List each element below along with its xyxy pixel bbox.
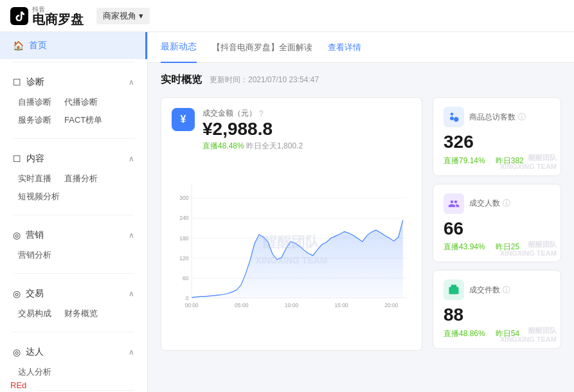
- diagnosis-section-icon: ☐: [13, 77, 21, 87]
- visitors-live: 直播79.14%: [444, 156, 485, 165]
- sidebar-divider-1: [13, 62, 134, 62]
- talent-chevron: ∧: [129, 348, 134, 357]
- svg-text:300: 300: [179, 195, 188, 201]
- main-layout: 🏠 首页 ☐ 诊断 ∧ 自播诊断 代播诊断 服务诊断 FACT榜单: [0, 32, 574, 392]
- main-tabs: 最新动态 【抖音电商罗盘】全面解读 查看详情: [148, 32, 574, 63]
- app-name: 电商罗盘: [32, 13, 84, 26]
- orders-icon: [444, 280, 464, 300]
- sidebar-item-trade-composition[interactable]: 交易构成: [13, 306, 57, 321]
- sidebar-section-header-marketing[interactable]: ◎ 营销 ∧: [13, 224, 134, 244]
- tab-intro-text: 【抖音电商罗盘】全面解读: [212, 42, 312, 53]
- view-selector-label: 商家视角: [103, 10, 136, 22]
- svg-text:05:00: 05:00: [235, 302, 249, 308]
- buyers-question[interactable]: ⓘ: [503, 199, 510, 208]
- talent-label: 达人: [26, 346, 44, 358]
- tab-latest[interactable]: 最新动态: [161, 32, 197, 63]
- orders-question[interactable]: ⓘ: [503, 285, 510, 294]
- visitors-label-row: 商品总访客数 ⓘ: [469, 112, 526, 123]
- trade-sub-items: 交易构成 财务概览: [13, 302, 134, 326]
- talent-section-icon: ◎: [13, 347, 21, 357]
- bottom-bar: REd: [0, 378, 37, 392]
- diagnosis-label: 诊断: [26, 76, 44, 88]
- orders-live: 直播48.86%: [444, 329, 485, 338]
- update-prefix: 更新时间：: [210, 75, 248, 84]
- sidebar-section-content: ☐ 内容 ∧ 实时直播 直播分析 短视频分析: [0, 141, 147, 212]
- sidebar-section-header-trade[interactable]: ◎ 交易 ∧: [13, 283, 134, 302]
- main-metric-yesterday: 昨日全天1,800.2: [246, 141, 303, 150]
- tab-intro-link[interactable]: 查看详情: [328, 42, 361, 53]
- trade-section-icon: ◎: [13, 289, 21, 299]
- sidebar-home-label: 首页: [29, 40, 47, 51]
- main-metric-info: 成交金额（元） ? ¥2,988.8 直播48.48% 昨日全天1,800.2: [202, 108, 303, 152]
- metric-card-header-orders: 成交件数 ⓘ: [444, 280, 550, 300]
- svg-text:0: 0: [186, 295, 189, 301]
- main-area: 最新动态 【抖音电商罗盘】全面解读 查看详情 实时概览 更新时间：2021/07…: [148, 32, 574, 392]
- orders-label: 成交件数: [469, 285, 500, 294]
- svg-text:20:00: 20:00: [384, 302, 399, 308]
- sidebar-item-finance-overview[interactable]: 财务概览: [59, 306, 103, 321]
- visitors-question[interactable]: ⓘ: [518, 112, 526, 121]
- main-metric-value: ¥2,988.8: [202, 119, 303, 139]
- buyers-value: 66: [444, 218, 550, 240]
- orders-value: 88: [444, 304, 550, 326]
- content-label: 内容: [26, 153, 44, 165]
- header: 抖音 电商罗盘 商家视角 ▾: [0, 0, 574, 32]
- sidebar-divider-5: [13, 332, 134, 332]
- metric-card-header-buyers: 成交人数 ⓘ: [444, 193, 550, 214]
- metric-card-buyers: 成交人数 ⓘ 66 直播43.94% 昨日25 醒醒团队XINGXING TEA…: [433, 184, 561, 263]
- sidebar-item-service-diagnosis[interactable]: 服务诊断: [13, 112, 57, 128]
- chevron-down-icon: ▾: [139, 11, 143, 21]
- view-selector[interactable]: 商家视角 ▾: [96, 8, 150, 24]
- sidebar-section-marketing: ◎ 营销 ∧ 营销分析: [0, 218, 147, 271]
- orders-yesterday: 昨日54: [496, 329, 519, 338]
- metric-card-header-visitors: 商品总访客数 ⓘ: [444, 107, 550, 127]
- home-icon: 🏠: [13, 40, 24, 51]
- sidebar-divider-4: [13, 273, 134, 274]
- sidebar-item-home[interactable]: 🏠 首页: [0, 32, 147, 59]
- buyers-label: 成交人数: [469, 199, 500, 208]
- visitors-label: 商品总访客数: [469, 112, 516, 121]
- sidebar-section-header-talent[interactable]: ◎ 达人 ∧: [13, 341, 134, 361]
- marketing-chevron: ∧: [129, 231, 134, 240]
- svg-text:120: 120: [179, 255, 188, 262]
- dashboard-grid: ¥ 成交金额（元） ? ¥2,988.8 直播48.48% 昨日全天1,800.…: [161, 97, 561, 351]
- sidebar-section-header-diagnosis[interactable]: ☐ 诊断 ∧: [13, 71, 134, 91]
- sidebar-section-diagnosis: ☐ 诊断 ∧ 自播诊断 代播诊断 服务诊断 FACT榜单: [0, 65, 147, 136]
- marketing-section-icon: ◎: [13, 230, 21, 240]
- metrics-column: 商品总访客数 ⓘ 326 直播79.14% 昨日382 醒醒团队XINGXING…: [433, 97, 561, 351]
- main-metric-question[interactable]: ?: [259, 109, 264, 118]
- sidebar-item-live-analysis[interactable]: 直播分析: [59, 171, 103, 186]
- content-chevron: ∧: [129, 154, 134, 163]
- chart-container: 醒醒团队 XINGXING TEAM: [172, 158, 411, 340]
- sidebar-item-proxy-diagnosis[interactable]: 代播诊断: [59, 94, 103, 110]
- metric-card-orders: 成交件数 ⓘ 88 直播48.86% 昨日54 醒醒团队XINGXING TEA…: [433, 270, 561, 349]
- main-metric-label: 成交金额（元）: [202, 108, 256, 119]
- svg-text:10:00: 10:00: [285, 302, 299, 308]
- sidebar: 🏠 首页 ☐ 诊断 ∧ 自播诊断 代播诊断 服务诊断 FACT榜单: [0, 32, 148, 392]
- svg-text:180: 180: [179, 235, 188, 242]
- sidebar-item-marketing-analysis[interactable]: 营销分析: [13, 247, 57, 263]
- sidebar-item-short-video[interactable]: 短视频分析: [13, 189, 65, 204]
- buyers-label-row: 成交人数 ⓘ: [469, 198, 510, 209]
- tiktok-icon: [10, 7, 28, 25]
- orders-sub: 直播48.86% 昨日54: [444, 328, 550, 339]
- content-section-icon: ☐: [13, 154, 21, 164]
- sidebar-divider-2: [13, 138, 134, 139]
- visitors-icon: [444, 107, 464, 127]
- buyers-yesterday: 昨日25: [496, 242, 519, 251]
- update-time-value: 2021/07/10 23:54:47: [248, 75, 319, 84]
- sidebar-item-self-diagnosis[interactable]: 自播诊断: [13, 94, 57, 110]
- sidebar-section-header-content[interactable]: ☐ 内容 ∧: [13, 148, 134, 167]
- update-time: 更新时间：2021/07/10 23:54:47: [210, 75, 319, 85]
- app-sub-label: 抖音: [32, 6, 84, 13]
- sidebar-divider-3: [13, 215, 134, 215]
- marketing-label: 营销: [26, 229, 44, 241]
- sidebar-item-fact-list[interactable]: FACT榜单: [59, 112, 107, 128]
- section-title-row: 实时概览 更新时间：2021/07/10 23:54:47: [161, 73, 561, 87]
- logo: 抖音 电商罗盘: [10, 6, 84, 26]
- chart-card: ¥ 成交金额（元） ? ¥2,988.8 直播48.48% 昨日全天1,800.…: [161, 97, 422, 351]
- sidebar-item-live-realtime[interactable]: 实时直播: [13, 171, 57, 186]
- yuan-icon: ¥: [172, 108, 195, 131]
- main-metric-sub: 直播48.48% 昨日全天1,800.2: [202, 141, 303, 152]
- diagnosis-sub-items: 自播诊断 代播诊断 服务诊断 FACT榜单: [13, 91, 134, 133]
